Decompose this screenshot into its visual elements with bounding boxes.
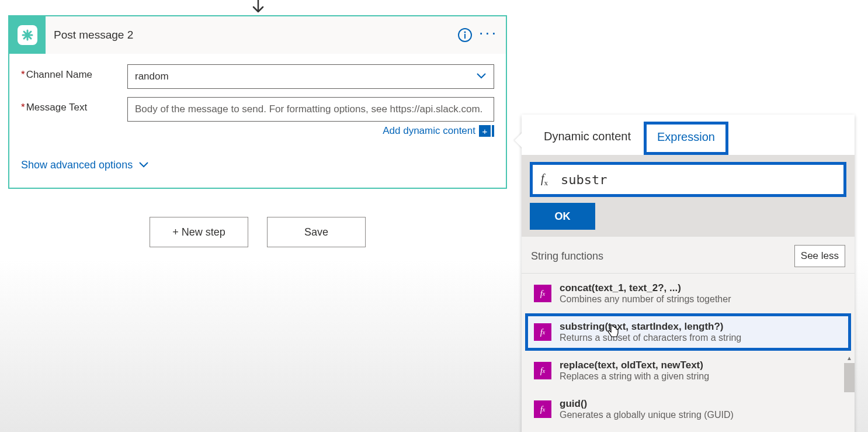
message-text-label: *Message Text [21,97,127,113]
action-card-post-message: Post message 2 ··· *Channel Name random … [8,15,507,189]
function-signature: replace(text, oldText, newText) [560,360,709,371]
add-dynamic-content-link[interactable]: Add dynamic content [383,125,475,137]
expression-editor-panel: Dynamic content Expression fx substr OK … [522,115,855,432]
flow-connector-arrow [250,0,266,15]
fx-icon: fx [534,285,551,302]
save-button[interactable]: Save [267,217,366,247]
svg-rect-3 [464,34,466,39]
new-step-button[interactable]: + New step [150,217,248,247]
show-advanced-options-link[interactable]: Show advanced options [21,159,149,171]
channel-name-select[interactable]: random [127,64,494,89]
function-description: Replaces a string with a given string [560,371,709,382]
function-signature: guid() [560,398,734,410]
fx-icon: fx [534,362,551,379]
section-string-functions: String functions [531,250,603,262]
channel-name-label: *Channel Name [21,64,127,81]
svg-point-2 [464,32,466,33]
chevron-down-icon [138,159,149,171]
see-less-button[interactable]: See less [794,245,845,267]
function-item[interactable]: fxsubstring(text, startIndex, length?)Re… [525,313,851,351]
dynamic-content-bar [492,125,494,137]
function-item[interactable]: fxtoLower(text) [525,429,851,432]
action-card-header[interactable]: Post message 2 ··· [9,16,506,54]
expression-input-wrapper: fx substr [530,162,846,197]
tab-dynamic-content[interactable]: Dynamic content [531,122,644,155]
function-item[interactable]: fxguid()Generates a globally unique stri… [525,390,851,428]
function-description: Combines any number of strings together [560,294,731,305]
action-title: Post message 2 [46,29,453,42]
scrollbar[interactable]: ▲ [844,352,855,432]
function-item[interactable]: fxreplace(text, oldText, newText)Replace… [525,352,851,389]
function-description: Returns a subset of characters from a st… [560,333,741,343]
expression-input[interactable]: substr [556,172,843,187]
info-icon[interactable] [453,23,477,47]
panel-caret-icon [515,132,523,148]
chevron-down-icon [476,71,487,82]
ok-button[interactable]: OK [530,203,595,230]
ellipsis-icon[interactable]: ··· [477,23,500,47]
function-signature: concat(text_1, text_2?, ...) [560,282,731,294]
fx-icon: fx [534,323,551,341]
function-signature: substring(text, startIndex, length?) [560,321,741,333]
message-text-input[interactable]: Body of the message to send. For formatt… [127,97,494,122]
function-item[interactable]: fxconcat(text_1, text_2?, ...)Combines a… [525,275,851,312]
slack-connector-icon [9,16,46,54]
scroll-thumb[interactable] [844,363,855,392]
plus-icon[interactable]: + [479,125,491,137]
fx-icon: fx [533,172,556,188]
fx-icon: fx [534,400,551,418]
function-description: Generates a globally unique string (GUID… [560,410,734,420]
tab-expression[interactable]: Expression [644,122,728,155]
scroll-up-icon[interactable]: ▲ [844,352,855,363]
